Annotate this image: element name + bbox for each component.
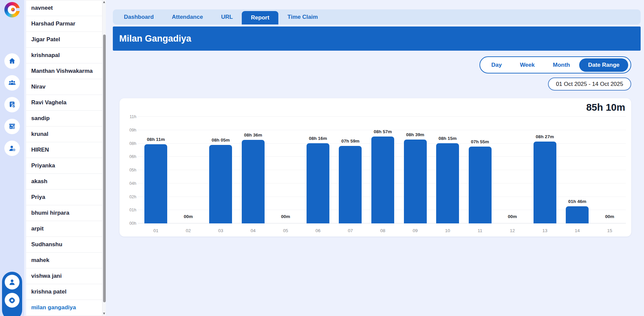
report-check-icon[interactable] — [4, 97, 20, 112]
rail-nav: $ — [0, 53, 24, 156]
x-axis-labels: 010203040506070809101112131415 — [140, 228, 626, 233]
range-option-day[interactable]: Day — [482, 58, 510, 72]
employee-row[interactable]: Ravi Vaghela — [26, 95, 102, 111]
employee-row[interactable]: Harshad Parmar — [26, 16, 102, 32]
hours-chart-card: 85h 10m 00h01h02h04h05h06h08h09h11h08h 1… — [120, 98, 631, 236]
scrollbar-thumb[interactable] — [103, 35, 106, 302]
y-tick-label: 06h — [123, 154, 136, 159]
bar-column: 08h 15m — [431, 117, 464, 223]
scroll-up-icon[interactable] — [103, 1, 105, 3]
employee-row[interactable]: bhumi hirpara — [26, 205, 102, 221]
hours-bar — [436, 143, 459, 223]
home-icon[interactable] — [4, 53, 20, 69]
hours-bar — [242, 140, 265, 223]
rail-bottom — [2, 272, 22, 316]
employee-row[interactable]: Nirav — [26, 79, 102, 95]
bar-value-label: 08h 15m — [431, 136, 464, 141]
bar-value-label: 08h 39m — [399, 132, 431, 137]
bar-value-label: 08h 16m — [302, 136, 334, 141]
x-tick-label: 03 — [204, 228, 237, 233]
hours-bar — [339, 146, 362, 223]
hours-bar — [144, 144, 167, 223]
x-tick-label: 04 — [237, 228, 270, 233]
employee-list-scrollbar[interactable] — [102, 0, 106, 316]
employee-row[interactable]: akash — [26, 174, 102, 190]
page-title: Milan Gangadiya — [113, 27, 641, 51]
employee-row[interactable]: mahek — [26, 253, 102, 268]
bar-column: 08h 27m — [528, 117, 561, 223]
x-tick-label: 09 — [399, 228, 431, 233]
icon-rail: $ — [0, 0, 24, 316]
team-icon[interactable] — [4, 75, 20, 91]
employee-row[interactable]: vishwa jani — [26, 268, 102, 284]
bar-value-label: 00m — [172, 214, 205, 219]
tab-dashboard[interactable]: Dashboard — [115, 9, 163, 24]
range-option-month[interactable]: Month — [544, 58, 579, 72]
bar-columns: 08h 11m00m08h 05m08h 36m00m08h 16m07h 59… — [140, 117, 626, 223]
range-option-date-range[interactable]: Date Range — [579, 58, 628, 72]
employee-row[interactable]: navneet — [26, 0, 102, 16]
bar-column: 07h 59m — [334, 117, 367, 223]
tab-time-claim[interactable]: Time Claim — [278, 9, 327, 24]
x-tick-label: 10 — [431, 228, 464, 233]
scroll-down-icon[interactable] — [103, 313, 105, 315]
tab-bar: DashboardAttendanceURLReportTime Claim — [113, 9, 641, 24]
bar-value-label: 08h 27m — [528, 134, 561, 139]
bar-value-label: 01h 46m — [561, 199, 594, 204]
bar-column: 08h 16m — [302, 117, 334, 223]
tab-url[interactable]: URL — [212, 9, 242, 24]
hours-bar — [209, 145, 232, 223]
employee-row[interactable]: sandip — [26, 111, 102, 126]
employee-row[interactable]: Priyanka — [26, 158, 102, 174]
bar-column: 01h 46m — [561, 117, 594, 223]
employee-row[interactable]: Priya — [26, 190, 102, 205]
add-user-icon[interactable] — [4, 141, 20, 156]
employee-row[interactable]: arpit — [26, 221, 102, 237]
bar-column: 00m — [172, 117, 205, 223]
bar-column: 08h 11m — [140, 117, 172, 223]
bar-column: 07h 55m — [464, 117, 496, 223]
bar-column: 00m — [593, 117, 626, 223]
bar-value-label: 00m — [269, 214, 302, 219]
y-tick-label: 09h — [123, 128, 136, 133]
tab-attendance[interactable]: Attendance — [163, 9, 212, 24]
x-tick-label: 01 — [140, 228, 172, 233]
tab-report[interactable]: Report — [242, 11, 278, 24]
x-tick-label: 02 — [172, 228, 205, 233]
employee-row[interactable]: krishna patel — [26, 284, 102, 300]
employee-row[interactable]: Jigar Patel — [26, 32, 102, 48]
range-selector: DayWeekMonthDate Range — [479, 56, 631, 73]
employee-row[interactable]: HIREN — [26, 142, 102, 158]
x-tick-label: 14 — [561, 228, 594, 233]
hours-bar — [469, 147, 492, 223]
employee-row[interactable]: krishnapal — [26, 48, 102, 63]
y-tick-label: 04h — [123, 181, 136, 186]
date-range-chip[interactable]: 01 Oct 2025 - 14 Oct 2025 — [548, 77, 631, 91]
bar-value-label: 08h 57m — [367, 129, 399, 134]
employee-row[interactable]: krunal — [26, 126, 102, 142]
hours-bar — [534, 142, 556, 223]
y-tick-label: 00h — [123, 221, 136, 226]
x-tick-label: 13 — [528, 228, 561, 233]
svg-text:$: $ — [13, 126, 14, 129]
y-tick-label: 02h — [123, 195, 136, 199]
range-selector-row: DayWeekMonthDate Range — [113, 56, 641, 73]
employee-row[interactable]: Sudhanshu — [26, 237, 102, 253]
range-option-week[interactable]: Week — [511, 58, 543, 72]
date-range-row: 01 Oct 2025 - 14 Oct 2025 — [113, 77, 641, 91]
bar-value-label: 07h 59m — [334, 139, 367, 144]
bar-column: 00m — [269, 117, 302, 223]
employee-row[interactable]: milan gangadiya — [26, 300, 102, 316]
bar-column: 00m — [496, 117, 529, 223]
hours-bar — [307, 143, 329, 223]
bar-value-label: 00m — [496, 214, 529, 219]
profile-icon[interactable] — [5, 275, 19, 289]
employee-row[interactable]: Manthan Vishwakarma — [26, 63, 102, 79]
settings-gear-icon[interactable] — [5, 293, 19, 308]
main-content: DashboardAttendanceURLReportTime Claim M… — [113, 0, 641, 316]
x-tick-label: 05 — [269, 228, 302, 233]
employee-list: navneetHarshad ParmarJigar Patelkrishnap… — [26, 0, 102, 316]
x-tick-label: 12 — [496, 228, 529, 233]
y-tick-label: 01h — [123, 208, 136, 212]
payroll-box-icon[interactable]: $ — [4, 119, 20, 134]
